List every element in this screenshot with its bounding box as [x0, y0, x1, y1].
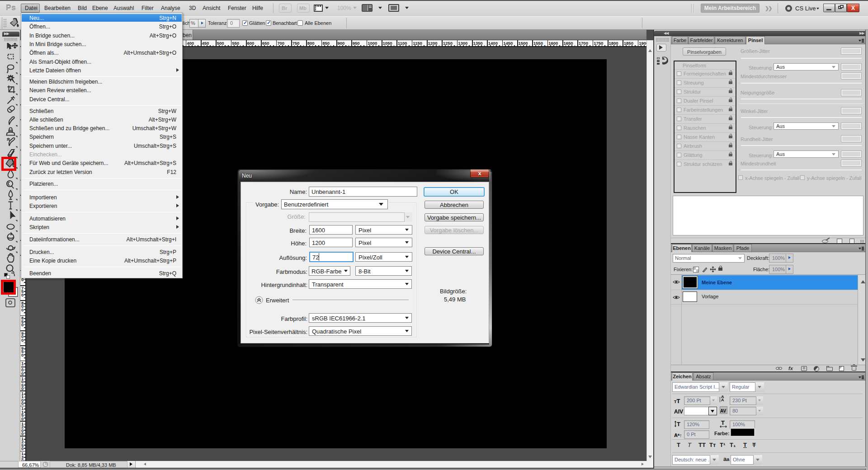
svg-text:T: T [721, 420, 725, 426]
svg-text:T: T [677, 421, 680, 428]
